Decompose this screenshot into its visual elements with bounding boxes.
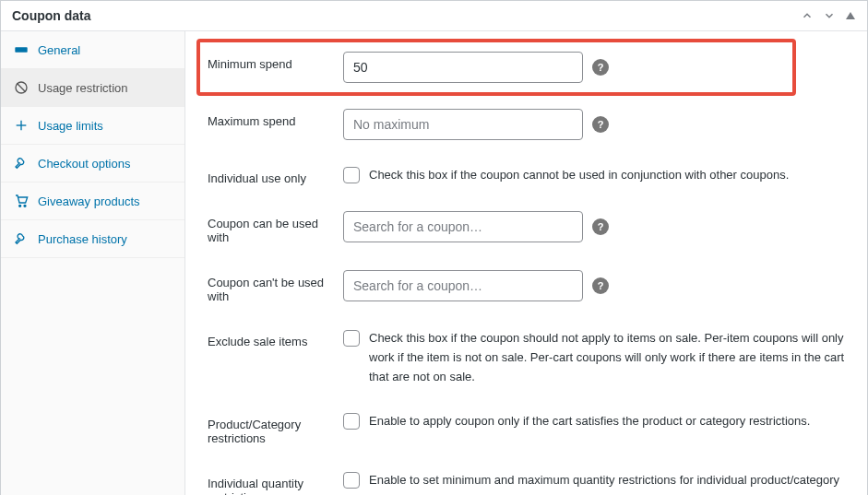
svg-point-7 [24, 205, 26, 206]
help-icon[interactable]: ? [592, 277, 609, 294]
text-individual-quantity: Enable to set minimum and maximum quanti… [369, 471, 845, 495]
checkbox-exclude-sale[interactable] [343, 330, 360, 347]
cart-icon [14, 194, 29, 208]
tab-usage-limits[interactable]: Usage limits [1, 107, 184, 145]
move-up-icon[interactable] [801, 9, 814, 22]
label-used-with: Coupon can be used with [208, 211, 332, 244]
help-icon[interactable]: ? [592, 59, 609, 76]
collapse-icon[interactable] [845, 10, 856, 21]
move-down-icon[interactable] [823, 9, 836, 22]
svg-line-3 [17, 83, 25, 91]
label-not-used-with: Coupon can't be used with [208, 270, 332, 303]
input-minimum-spend[interactable] [343, 52, 583, 83]
input-not-used-with[interactable] [343, 270, 583, 301]
panel-header: Coupon data [1, 1, 867, 31]
ban-icon [14, 80, 29, 95]
text-individual-use: Check this box if the coupon cannot be u… [369, 166, 789, 185]
svg-point-6 [19, 205, 21, 206]
panel-title: Coupon data [12, 8, 91, 23]
tab-usage-restriction[interactable]: Usage restriction [1, 69, 184, 107]
text-product-category: Enable to apply coupon only if the cart … [369, 412, 810, 431]
label-minimum-spend: Minimum spend [208, 52, 332, 71]
svg-marker-0 [846, 12, 855, 19]
row-individual-quantity: Individual quantity restriction Enable t… [185, 458, 867, 495]
row-minimum-spend: Minimum spend ? [185, 31, 867, 96]
tab-purchase-history[interactable]: Purchase history [1, 220, 184, 258]
tab-checkout-options[interactable]: Checkout options [1, 145, 184, 183]
tab-label-giveaway-products: Giveaway products [38, 194, 140, 208]
row-exclude-sale: Exclude sale items Check this box if the… [185, 316, 867, 399]
help-icon[interactable]: ? [592, 218, 609, 235]
label-individual-use: Individual use only [208, 166, 332, 185]
label-maximum-spend: Maximum spend [208, 109, 332, 128]
input-used-with[interactable] [343, 211, 583, 242]
coupon-data-panel: Coupon data General [0, 0, 868, 495]
panel-body: General Usage restriction Usage limits C… [1, 31, 867, 495]
panel-header-actions [801, 9, 856, 22]
label-individual-quantity: Individual quantity restriction [208, 471, 332, 495]
checkbox-individual-quantity[interactable] [343, 472, 360, 489]
tab-label-purchase-history: Purchase history [38, 232, 127, 246]
help-icon[interactable]: ? [592, 116, 609, 133]
wrench-icon [14, 156, 29, 171]
svg-rect-1 [15, 47, 27, 52]
ticket-icon [14, 42, 29, 57]
tab-label-checkout-options: Checkout options [38, 157, 130, 171]
row-individual-use: Individual use only Check this box if th… [185, 153, 867, 198]
tab-label-usage-limits: Usage limits [38, 119, 103, 133]
tab-general[interactable]: General [1, 31, 184, 69]
row-used-with: Coupon can be used with ? [185, 198, 867, 257]
checkbox-product-category[interactable] [343, 413, 360, 430]
text-exclude-sale: Check this box if the coupon should not … [369, 329, 845, 386]
wrench-icon [14, 231, 29, 246]
tab-label-general: General [38, 43, 80, 57]
input-maximum-spend[interactable] [343, 109, 583, 140]
tab-giveaway-products[interactable]: Giveaway products [1, 183, 184, 220]
checkbox-individual-use[interactable] [343, 167, 360, 183]
content-area: Minimum spend ? Maximum spend ? Individu… [185, 31, 867, 495]
row-product-category: Product/Category restrictions Enable to … [185, 399, 867, 458]
sidebar-tabs: General Usage restriction Usage limits C… [1, 31, 185, 495]
label-exclude-sale: Exclude sale items [208, 329, 332, 348]
row-not-used-with: Coupon can't be used with ? [185, 257, 867, 316]
label-product-category: Product/Category restrictions [208, 412, 332, 445]
sliders-icon [14, 118, 29, 133]
tab-label-usage-restriction: Usage restriction [38, 81, 128, 95]
row-maximum-spend: Maximum spend ? [185, 96, 867, 153]
